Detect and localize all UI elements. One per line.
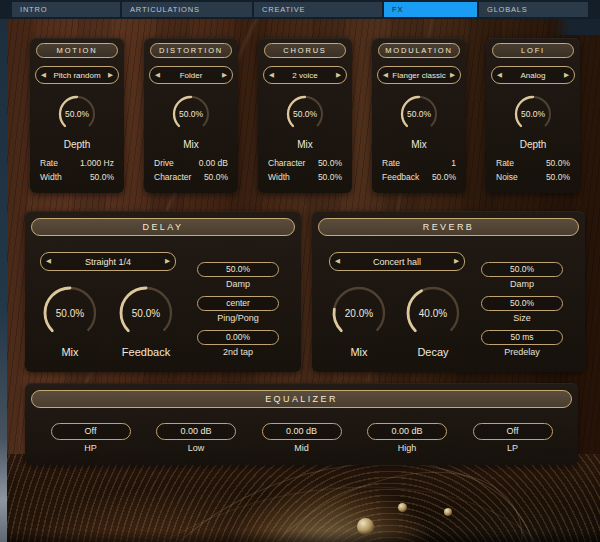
lofi-type-selector[interactable]: ◀ Analog ▶: [491, 66, 575, 84]
motion-type-value: Pitch random: [46, 71, 108, 80]
tab-globals[interactable]: GLOBALS: [479, 2, 588, 17]
knob-value: 50.0%: [397, 109, 441, 119]
param-row-rate[interactable]: Rate1: [382, 156, 456, 170]
low-label: Low: [156, 443, 236, 453]
param-label: Width: [268, 170, 290, 184]
reverb-params: 50.0% Damp 50.0% Size 50 ms Predelay: [481, 262, 563, 364]
param-row-width[interactable]: Width50.0%: [40, 170, 114, 184]
high-value-field[interactable]: 0.00 dB: [367, 423, 447, 440]
tab-creative[interactable]: CREATIVE: [254, 2, 382, 17]
knob-value: 50.0%: [511, 109, 555, 119]
pearl-ornament: [398, 503, 407, 512]
damp-value-field[interactable]: 50.0%: [481, 262, 563, 277]
panel-reverb-title: REVERB: [318, 218, 579, 236]
eq-band-lp: Off LP: [473, 423, 553, 453]
modulation-type-selector[interactable]: ◀ Flanger classic ▶: [377, 66, 461, 84]
eq-band-high: 0.00 dB High: [367, 423, 447, 453]
motion-depth-knob[interactable]: 50.0%: [55, 92, 99, 136]
mid-value-field[interactable]: 0.00 dB: [262, 423, 342, 440]
pearl-ornament: [444, 508, 452, 516]
low-value-field[interactable]: 0.00 dB: [156, 423, 236, 440]
knob-label: Mix: [144, 139, 238, 150]
panel-equalizer-title: EQUALIZER: [31, 390, 572, 408]
delay-time-selector[interactable]: ◀ Straight 1/4 ▶: [40, 252, 176, 271]
param-label: Rate: [496, 156, 514, 170]
fx-page: INTRO ARTICULATIONS CREATIVE FX GLOBALS …: [0, 0, 600, 542]
predelay-value-field[interactable]: 50 ms: [481, 330, 563, 345]
wood-background: MOTION ◀ Pitch random ▶ 50.0% Depth Rate…: [0, 19, 600, 542]
chorus-mix-knob[interactable]: 50.0%: [283, 92, 327, 136]
next-arrow-icon[interactable]: ▶: [454, 258, 459, 265]
param-label: Character: [154, 170, 191, 184]
delay-feedback-knob[interactable]: 50.0%: [116, 283, 176, 343]
next-arrow-icon[interactable]: ▶: [222, 72, 227, 79]
panel-distortion: DISTORTION ◀ Folder ▶ 50.0% Mix Drive0.0…: [144, 38, 238, 193]
pingpong-value-field[interactable]: center: [197, 296, 279, 311]
tab-fx[interactable]: FX: [384, 2, 477, 17]
knob-label: Depth: [486, 139, 580, 150]
knob-value: 50.0%: [55, 109, 99, 119]
size-label: Size: [481, 313, 563, 323]
next-arrow-icon[interactable]: ▶: [564, 72, 569, 79]
knob-label: Mix: [40, 346, 100, 358]
next-arrow-icon[interactable]: ▶: [165, 258, 170, 265]
knob-value: 50.0%: [116, 308, 176, 319]
param-value: 50.0%: [546, 156, 570, 170]
knob-label: Mix: [258, 139, 352, 150]
param-value: 50.0%: [546, 170, 570, 184]
knob-label: Decay: [403, 346, 463, 358]
param-label: Rate: [40, 156, 58, 170]
high-label: High: [367, 443, 447, 453]
lp-value-field[interactable]: Off: [473, 423, 553, 440]
panel-chorus-title: CHORUS: [264, 43, 346, 58]
knob-value: 50.0%: [40, 308, 100, 319]
param-row-character[interactable]: Character50.0%: [154, 170, 228, 184]
secondtap-value-field[interactable]: 0.00%: [197, 330, 279, 345]
motion-type-selector[interactable]: ◀ Pitch random ▶: [35, 66, 119, 84]
param-row-character[interactable]: Character50.0%: [268, 156, 342, 170]
param-value: 50.0%: [204, 170, 228, 184]
distortion-mix-knob[interactable]: 50.0%: [169, 92, 213, 136]
reverb-mix-knob[interactable]: 20.0%: [329, 283, 389, 343]
delay-mix-knob[interactable]: 50.0%: [40, 283, 100, 343]
panel-delay-title: DELAY: [31, 218, 295, 236]
knob-value: 50.0%: [283, 109, 327, 119]
lp-label: LP: [473, 443, 553, 453]
next-arrow-icon[interactable]: ▶: [108, 72, 113, 79]
tab-articulations[interactable]: ARTICULATIONS: [122, 2, 252, 17]
panel-distortion-title: DISTORTION: [150, 43, 232, 58]
damp-value-field[interactable]: 50.0%: [197, 262, 279, 277]
param-row-rate[interactable]: Rate1.000 Hz: [40, 156, 114, 170]
tab-intro[interactable]: INTRO: [12, 2, 120, 17]
panel-lofi-title: LOFI: [492, 43, 574, 58]
panel-equalizer: EQUALIZER Off HP 0.00 dB Low 0.00 dB Mid…: [25, 383, 578, 465]
param-row-width[interactable]: Width50.0%: [268, 170, 342, 184]
param-value: 50.0%: [318, 156, 342, 170]
param-row-rate[interactable]: Rate50.0%: [496, 156, 570, 170]
param-row-feedback[interactable]: Feedback50.0%: [382, 170, 456, 184]
distortion-type-selector[interactable]: ◀ Folder ▶: [149, 66, 233, 84]
reverb-decay-knob[interactable]: 40.0%: [403, 283, 463, 343]
modulation-mix-knob[interactable]: 50.0%: [397, 92, 441, 136]
eq-band-mid: 0.00 dB Mid: [262, 423, 342, 453]
panel-chorus: CHORUS ◀ 2 voice ▶ 50.0% Mix Character50…: [258, 38, 352, 193]
knob-label: Depth: [30, 139, 124, 150]
param-row-drive[interactable]: Drive0.00 dB: [154, 156, 228, 170]
reverb-predelay: 50 ms Predelay: [481, 330, 563, 357]
lofi-depth-knob[interactable]: 50.0%: [511, 92, 555, 136]
chorus-type-selector[interactable]: ◀ 2 voice ▶: [263, 66, 347, 84]
panel-reverb: REVERB ◀ Concert hall ▶ 20.0% Mix 40.0%: [312, 211, 585, 372]
param-value: 0.00 dB: [199, 156, 228, 170]
mid-label: Mid: [262, 443, 342, 453]
size-value-field[interactable]: 50.0%: [481, 296, 563, 311]
next-arrow-icon[interactable]: ▶: [336, 72, 341, 79]
knob-value: 40.0%: [403, 308, 463, 319]
param-row-noise[interactable]: Noise50.0%: [496, 170, 570, 184]
distortion-type-value: Folder: [160, 71, 222, 80]
hp-value-field[interactable]: Off: [51, 423, 131, 440]
knob-label: Feedback: [116, 346, 176, 358]
panel-motion-title: MOTION: [36, 43, 118, 58]
knob-value: 50.0%: [169, 109, 213, 119]
reverb-type-selector[interactable]: ◀ Concert hall ▶: [329, 252, 465, 271]
next-arrow-icon[interactable]: ▶: [450, 72, 455, 79]
